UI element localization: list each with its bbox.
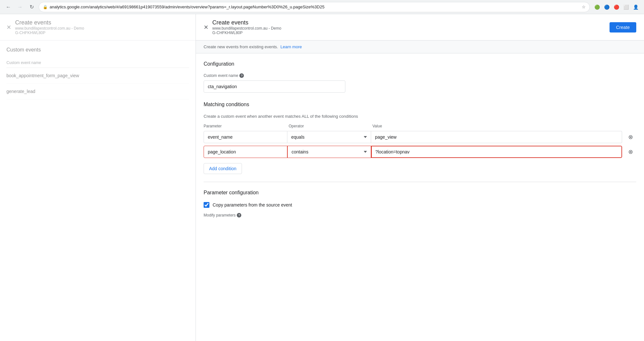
right-panel-subtitle-site: www.bundillapestcontrol.com.au - Demo bbox=[212, 26, 606, 31]
condition-1-operator-select[interactable]: equals contains starts with ends with do… bbox=[287, 131, 371, 143]
lock-icon: 🔒 bbox=[43, 5, 48, 9]
right-content: Configuration Custom event name ? Matchi… bbox=[196, 53, 644, 341]
info-text: Create new events from existing events. bbox=[204, 44, 278, 49]
ext-icon-4[interactable]: ⬜ bbox=[621, 3, 630, 12]
learn-more-link[interactable]: Learn more bbox=[280, 44, 302, 49]
extension-icons: 🟢 🔵 🔴 ⬜ 👤 bbox=[592, 3, 640, 12]
condition-1-param-input[interactable] bbox=[204, 131, 287, 143]
create-button[interactable]: Create bbox=[610, 22, 636, 32]
right-panel-close-icon[interactable]: ✕ bbox=[204, 24, 208, 31]
section-divider bbox=[204, 182, 636, 182]
copy-params-row: Copy parameters from the source event bbox=[204, 202, 636, 208]
add-condition-button[interactable]: Add condition bbox=[204, 163, 242, 174]
address-bar: 🔒 analytics.google.com/analytics/web/#/a… bbox=[39, 2, 590, 12]
condition-2-param-input[interactable] bbox=[204, 146, 287, 158]
right-panel-title: Create events bbox=[212, 19, 606, 26]
right-panel-subtitle-id: G-CHFKHWL80P bbox=[212, 31, 606, 35]
param-col-label: Parameter bbox=[204, 124, 287, 130]
left-panel-overlay bbox=[0, 14, 196, 341]
main-layout: ✕ Create events www.bundillapestcontrol.… bbox=[0, 14, 644, 341]
condition-1-value-input[interactable] bbox=[371, 131, 622, 143]
condition-row-2: equals contains starts with ends with do… bbox=[204, 146, 636, 158]
param-config-title: Parameter configuration bbox=[204, 190, 636, 196]
val-col-label: Value bbox=[371, 124, 636, 130]
info-bar: Create new events from existing events. … bbox=[196, 41, 644, 53]
modify-params-help-icon[interactable]: ? bbox=[237, 213, 241, 217]
event-name-label: Custom event name ? bbox=[204, 73, 636, 78]
configuration-title: Configuration bbox=[204, 61, 636, 67]
forward-button[interactable]: → bbox=[15, 3, 24, 12]
browser-chrome: ← → ↻ 🔒 analytics.google.com/analytics/w… bbox=[0, 0, 644, 14]
back-button[interactable]: ← bbox=[4, 3, 13, 12]
condition-2-value-input[interactable] bbox=[371, 146, 622, 158]
url-text: analytics.google.com/analytics/web/#/a69… bbox=[50, 5, 580, 9]
copy-params-checkbox[interactable] bbox=[204, 202, 209, 208]
parameter-config-section: Parameter configuration Copy parameters … bbox=[204, 190, 636, 217]
matching-conditions-title: Matching conditions bbox=[204, 102, 636, 107]
condition-row-1: equals contains starts with ends with do… bbox=[204, 131, 636, 143]
ext-icon-2[interactable]: 🔵 bbox=[602, 3, 611, 12]
right-panel-header: ✕ Create events www.bundillapestcontrol.… bbox=[196, 14, 644, 41]
left-panel: ✕ Create events www.bundillapestcontrol.… bbox=[0, 14, 196, 341]
copy-params-label[interactable]: Copy parameters from the source event bbox=[213, 202, 292, 207]
event-name-input[interactable] bbox=[204, 80, 345, 93]
header-info: Create events www.bundillapestcontrol.co… bbox=[212, 19, 606, 35]
modify-params-label: Modify parameters ? bbox=[204, 213, 636, 217]
ext-icon-3[interactable]: 🔴 bbox=[612, 3, 621, 12]
condition-column-labels: Parameter Operator Value bbox=[204, 124, 636, 130]
op-col-label: Operator bbox=[287, 124, 371, 130]
condition-1-delete-icon[interactable]: ⊗ bbox=[625, 131, 636, 143]
ext-icon-1[interactable]: 🟢 bbox=[592, 3, 601, 12]
matching-conditions-section: Matching conditions Create a custom even… bbox=[204, 102, 636, 174]
reload-button[interactable]: ↻ bbox=[27, 3, 36, 12]
bookmark-icon[interactable]: ☆ bbox=[582, 5, 586, 9]
event-name-help-icon[interactable]: ? bbox=[239, 73, 244, 78]
right-panel: ✕ Create events www.bundillapestcontrol.… bbox=[196, 14, 644, 341]
profile-icon[interactable]: 👤 bbox=[631, 3, 640, 12]
condition-2-operator-select[interactable]: equals contains starts with ends with do… bbox=[287, 146, 371, 158]
condition-2-delete-icon[interactable]: ⊗ bbox=[625, 146, 636, 158]
matching-conditions-desc: Create a custom event when another event… bbox=[204, 114, 636, 119]
